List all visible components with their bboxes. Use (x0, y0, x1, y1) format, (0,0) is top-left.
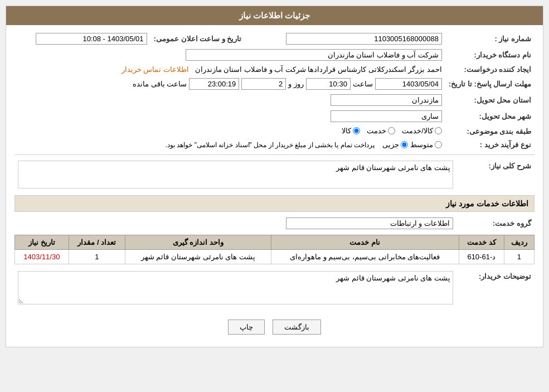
shahr-label: شهر محل تحویل: (445, 108, 535, 124)
cell-tedad: 1 (69, 250, 125, 264)
tozihat-label: توضیحات خریدار: (456, 269, 535, 308)
tabaghe-radio-group: کالا/خدمت خدمت کالا (342, 127, 442, 135)
content-area: شماره نیاز : 1103005168000088 تاریخ و سا… (6, 25, 543, 347)
page-title: جزئیات اطلاعات نیاز (239, 11, 310, 20)
row-ostan: استان محل تحویل: مازندران (14, 92, 535, 108)
cell-nam: فعالیت‌های مخابراتی بی‌سیم، بی‌سیم و ماه… (271, 250, 459, 264)
faraeind-value: متوسط جزیی پرداخت تمام یا بخشی از مبلغ خ… (14, 138, 445, 151)
mohlat-date-input: 1403/05/04 (375, 78, 442, 90)
sharh-input: پشت های نامرئی شهرستان قائم شهر (18, 161, 453, 188)
row-shomare: شماره نیاز : 1103005168000088 تاریخ و سا… (14, 31, 535, 47)
saat-label: ساعت (353, 80, 373, 88)
back-button[interactable]: بازگشت (273, 320, 321, 335)
mohlat-remaining-input: 23:00:19 (189, 78, 239, 90)
ostan-input: مازندران (331, 94, 442, 106)
radio-jozi-input[interactable] (401, 141, 408, 148)
shahr-input: ساری (331, 110, 442, 122)
radio-kala: کالا (342, 127, 360, 135)
groh-label: گروه خدمت: (456, 215, 535, 231)
etelaattamas-link[interactable]: اطلاعات تماس خریدار (122, 65, 189, 74)
row-mohlat: مهلت ارسال پاسخ: تا تاریخ: 1403/05/04 سا… (14, 76, 535, 92)
tabaghe-value: کالا/خدمت خدمت کالا (14, 124, 445, 138)
ostan-label: استان محل تحویل: (445, 92, 535, 108)
tarikh-label: تاریخ و ساعت اعلان عمومی: (150, 31, 259, 47)
faraeind-label: نوع فرآیند خرید : (445, 138, 535, 151)
sharh-label: شرح کلی نیاز: (456, 158, 535, 191)
radio-motovaset-input[interactable] (435, 141, 442, 148)
tozihat-textarea[interactable] (18, 271, 453, 304)
radio-khedmat: خدمت (367, 127, 395, 135)
info-table: شماره نیاز : 1103005168000088 تاریخ و سا… (14, 31, 535, 151)
details-thead: ردیف کد خدمت نام خدمت واحد اندازه گیری ت… (15, 235, 535, 250)
groh-input: اطلاعات و ارتباطات (286, 217, 453, 229)
radio-kala-khedmat-input[interactable] (435, 127, 442, 134)
cell-tarikh: 1403/11/30 (15, 250, 69, 264)
namdastgah-value: شرکت آب و فاضلاب استان مازندران (14, 47, 445, 63)
radio-kala-input[interactable] (353, 127, 360, 134)
details-tbody: 1 د-61-610 فعالیت‌های مخابراتی بی‌سیم، ب… (15, 250, 535, 264)
radio-motovaset: متوسط (410, 141, 442, 149)
mohlat-row: 1403/05/04 ساعت 10:30 روز و 2 23:0 (18, 78, 442, 90)
cell-kod: د-61-610 (459, 250, 504, 264)
tozihat-table: توضیحات خریدار: (14, 269, 535, 308)
row-groh: گروه خدمت: اطلاعات و ارتباطات (14, 215, 535, 231)
details-table: ردیف کد خدمت نام خدمت واحد اندازه گیری ت… (14, 235, 535, 264)
row-namdastgah: نام دستگاه خریدار: شرکت آب و فاضلاب استا… (14, 47, 535, 63)
mohlat-saat-input: 10:30 (306, 78, 351, 90)
col-tedad: تعداد / مقدار (69, 235, 125, 250)
ijad-value: احمد بزرگر اسکندرکلاتی کارشناس قراردادها… (14, 63, 445, 76)
namdastgah-label: نام دستگاه خریدار: (445, 47, 535, 63)
mohlat-roz-input: 2 (241, 78, 286, 90)
print-button[interactable]: چاپ (228, 320, 265, 335)
faraeind-row: متوسط جزیی پرداخت تمام یا بخشی از مبلغ خ… (18, 141, 442, 149)
mohlat-value: 1403/05/04 ساعت 10:30 روز و 2 23:0 (14, 76, 445, 92)
tarikh-input: 1403/05/01 - 10:08 (36, 33, 147, 45)
row-faraeind: نوع فرآیند خرید : متوسط جزیی پرداخت (14, 138, 535, 151)
shomare-input: 1103005168000088 (286, 33, 442, 45)
cell-vahed: پشت های نامرئی شهرستان قائم شهر (125, 250, 271, 264)
col-kod: کد خدمت (459, 235, 504, 250)
table-row: 1 د-61-610 فعالیت‌های مخابراتی بی‌سیم، ب… (15, 250, 535, 264)
ijad-label: ایجاد کننده درخواست: (445, 63, 535, 76)
shomare-value: 1103005168000088 (258, 31, 445, 47)
col-nam: نام خدمت (271, 235, 459, 250)
tarikh-value: 1403/05/01 - 10:08 (14, 31, 150, 47)
radio-khedmat-input[interactable] (388, 127, 395, 134)
page-header: جزئیات اطلاعات نیاز (6, 6, 543, 25)
page-wrapper: جزئیات اطلاعات نیاز شماره نیاز : 1103005… (0, 0, 549, 392)
ijad-text: احمد بزرگر اسکندرکلاتی کارشناس قراردادها… (195, 65, 442, 74)
roz-label: روز و (288, 80, 304, 88)
mohlat-label: مهلت ارسال پاسخ: تا تاریخ: (445, 76, 535, 92)
cell-radif: 1 (504, 250, 534, 264)
row-sharh: شرح کلی نیاز: پشت های نامرئی شهرستان قائ… (14, 158, 535, 191)
row-shahr: شهر محل تحویل: ساری (14, 108, 535, 124)
col-radif: ردیف (504, 235, 534, 250)
namdastgah-input: شرکت آب و فاضلاب استان مازندران (186, 49, 442, 61)
shahr-value: ساری (14, 108, 445, 124)
tozihat-value (14, 269, 456, 308)
remaining-label: ساعت باقی مانده (133, 80, 187, 88)
radio-kala-khedmat: کالا/خدمت (402, 127, 442, 135)
main-container: جزئیات اطلاعات نیاز شماره نیاز : 1103005… (6, 6, 543, 347)
shomare-label: شماره نیاز : (445, 31, 535, 47)
faraeind-text: پرداخت تمام یا بخشی از مبلغ خریدار از مح… (166, 141, 375, 149)
row-tozihat: توضیحات خریدار: (14, 269, 535, 308)
tabaghe-label: طبقه بندی موضوعی: (445, 124, 535, 138)
button-bar: بازگشت چاپ (14, 313, 535, 341)
sharh-value: پشت های نامرئی شهرستان قائم شهر (14, 158, 456, 191)
divider-1 (14, 154, 535, 155)
details-header-row: ردیف کد خدمت نام خدمت واحد اندازه گیری ت… (15, 235, 535, 250)
khadamat-section-header: اطلاعات خدمات مورد نیاز (14, 195, 535, 212)
col-tarikh: تاریخ نیاز (15, 235, 69, 250)
row-tabaghe: طبقه بندی موضوعی: کالا/خدمت خدمت (14, 124, 535, 138)
radio-jozi: جزیی (382, 141, 408, 149)
col-vahed: واحد اندازه گیری (125, 235, 271, 250)
groh-table: گروه خدمت: اطلاعات و ارتباطات (14, 215, 535, 231)
sharh-table: شرح کلی نیاز: پشت های نامرئی شهرستان قائ… (14, 158, 535, 191)
groh-value: اطلاعات و ارتباطات (14, 215, 456, 231)
row-ijad: ایجاد کننده درخواست: احمد بزرگر اسکندرکل… (14, 63, 535, 76)
ostan-value: مازندران (14, 92, 445, 108)
